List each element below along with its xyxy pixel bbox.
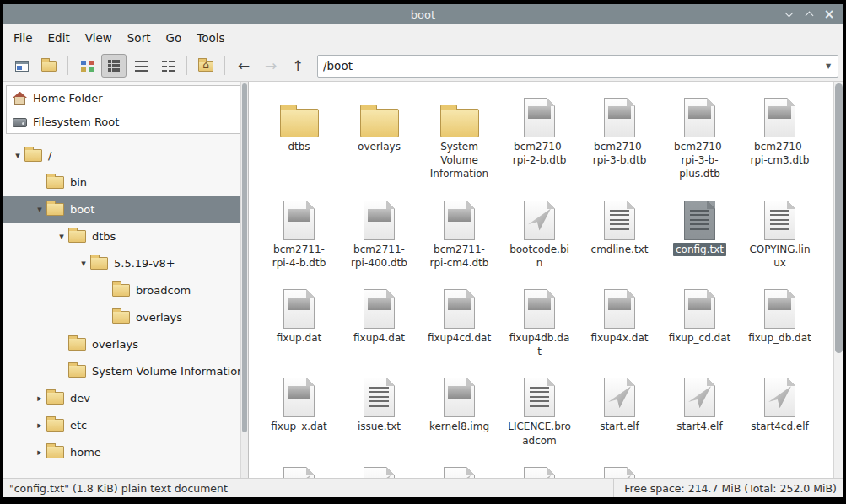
expander-icon[interactable]: ▾: [55, 231, 68, 242]
file-item-issue-txt[interactable]: issue.txt: [339, 370, 419, 447]
file-item-bcm2711-rpi-4-b-dtb[interactable]: bcm2711- rpi-4-b.dtb: [259, 193, 339, 270]
folded-corner: [306, 289, 315, 298]
file-item-fixup-x-dat[interactable]: fixup_x.dat: [259, 370, 339, 447]
file-icon-slot: [604, 90, 635, 137]
file-label: fixup_cd.dat: [666, 331, 734, 345]
menu-tools[interactable]: Tools: [189, 28, 232, 48]
file-view-scrollbar[interactable]: [833, 82, 843, 478]
folded-corner: [547, 201, 555, 209]
file-item-start-elf[interactable]: start.elf: [579, 370, 660, 447]
file-item-cmdline-txt[interactable]: cmdline.txt: [579, 193, 660, 270]
file-item-bcm2711-rpi-400-dtb[interactable]: bcm2711- rpi-400.dtb: [339, 193, 419, 270]
expander-icon[interactable]: ▾: [11, 150, 24, 161]
path-input[interactable]: [318, 56, 819, 77]
scrollbar-thumb[interactable]: [242, 83, 247, 432]
file-icon-slot: [283, 193, 315, 240]
file-item-dtbs[interactable]: dtbs: [259, 90, 339, 181]
forward-button[interactable]: →: [258, 54, 283, 78]
menu-sort[interactable]: Sort: [120, 28, 159, 48]
place-home-folder[interactable]: Home Folder: [7, 86, 244, 110]
expander-icon[interactable]: ▸: [33, 420, 46, 431]
file-item-bcm2710-rpi-3-b-dtb[interactable]: bcm2710- rpi-3-b.dtb: [579, 90, 660, 181]
tree-item-etc[interactable]: ▸etc: [3, 411, 248, 438]
statusbar: "config.txt" (1.8 KiB) plain text docume…: [3, 478, 843, 497]
tree-item-overlays[interactable]: overlays: [3, 303, 248, 330]
maximize-button[interactable]: [801, 7, 816, 22]
file-item-start4cd-elf[interactable]: start4cd.elf: [740, 370, 820, 447]
expander-icon[interactable]: ▸: [33, 393, 46, 404]
file-item-config-txt[interactable]: config.txt: [660, 193, 740, 270]
menubar: FileEditViewSortGoTools: [3, 24, 843, 51]
file-item-copying-linux[interactable]: COPYING.lin ux: [740, 193, 820, 270]
expander-icon[interactable]: ▾: [77, 258, 90, 269]
sidebar-scrollbar[interactable]: [240, 82, 248, 478]
up-button[interactable]: ↑: [285, 54, 310, 78]
file-item-partial-file-2[interactable]: [339, 459, 419, 478]
tree-item-bin[interactable]: bin: [3, 169, 248, 196]
file-item-partial-file-5[interactable]: [579, 459, 660, 478]
file-item-fixup-dat[interactable]: fixup.dat: [259, 281, 339, 358]
menu-view[interactable]: View: [78, 28, 120, 48]
file-item-fixup-db-dat[interactable]: fixup_db.dat: [740, 281, 820, 358]
file-icon-slot: [444, 193, 475, 240]
tree-item-dtbs[interactable]: ▾dtbs: [3, 223, 248, 249]
minimize-button[interactable]: [781, 7, 796, 22]
file-item-licence-broadcom[interactable]: LICENCE.bro adcom: [499, 370, 579, 447]
file-item-start4-elf[interactable]: start4.elf: [660, 370, 740, 447]
file-item-fixup4cd-dat[interactable]: fixup4cd.dat: [419, 281, 499, 358]
expander-icon[interactable]: ▾: [33, 204, 46, 215]
menu-file[interactable]: File: [6, 28, 40, 48]
scrollbar-thumb[interactable]: [835, 83, 843, 353]
new-tab-button[interactable]: [9, 54, 35, 78]
back-button[interactable]: ←: [231, 54, 256, 78]
compact-view-button[interactable]: [74, 54, 100, 78]
file-item-partial-file-3[interactable]: [419, 459, 499, 478]
binary-document-icon: [364, 289, 395, 329]
icon-view-button[interactable]: [101, 54, 127, 78]
tree-item-home[interactable]: ▸home: [3, 438, 248, 465]
text-document-icon: [764, 201, 795, 240]
tree-item-broadcom[interactable]: broadcom: [3, 276, 248, 303]
tree-item-system-volume-information[interactable]: System Volume Information: [3, 357, 248, 384]
file-item-bcm2710-rpi-2-b-dtb[interactable]: bcm2710- rpi-2-b.dtb: [499, 90, 579, 181]
close-button[interactable]: ×: [822, 7, 837, 22]
file-item-fixup4db-dat[interactable]: fixup4db.da t: [499, 281, 579, 358]
file-item-kernel8-img[interactable]: kernel8.img: [419, 370, 499, 447]
file-label: fixup_x.dat: [268, 420, 329, 433]
file-item-bcm2711-rpi-cm4-dtb[interactable]: bcm2711- rpi-cm4.dtb: [419, 193, 499, 270]
file-item-fixup-cd-dat[interactable]: fixup_cd.dat: [660, 281, 740, 358]
forward-icon: →: [265, 59, 277, 73]
new-window-button[interactable]: [36, 54, 62, 78]
file-item-system-volume-information[interactable]: System Volume Information: [419, 90, 499, 181]
file-label: fixup4cd.dat: [425, 331, 493, 345]
expander-icon[interactable]: ▸: [33, 447, 46, 458]
file-item-fixup4-dat[interactable]: fixup4.dat: [339, 281, 419, 358]
file-item-partial-file-4[interactable]: [499, 459, 579, 478]
path-dropdown-button[interactable]: ▼: [819, 56, 838, 77]
binary-shade: [368, 209, 391, 222]
status-selection: "config.txt" (1.8 KiB) plain text docume…: [3, 482, 613, 495]
file-item-bootcode-bin[interactable]: bootcode.bi n: [499, 193, 579, 270]
file-item-bcm2710-rpi-3-b-plus-dtb[interactable]: bcm2710- rpi-3-b- plus.dtb: [660, 90, 740, 181]
list-view-button[interactable]: [128, 54, 154, 78]
binary-document-icon: [684, 98, 715, 137]
tree-item-boot[interactable]: ▾boot: [3, 196, 248, 223]
file-item-overlays[interactable]: overlays: [339, 90, 419, 181]
detailed-list-view-icon: [162, 61, 175, 72]
tree-item-overlays[interactable]: overlays: [3, 330, 248, 357]
file-item-bcm2710-rpi-cm3-dtb[interactable]: bcm2710- rpi-cm3.dtb: [740, 90, 820, 181]
executable-icon: [364, 467, 395, 478]
window-controls: ×: [781, 7, 843, 22]
tree-item-root[interactable]: ▾/: [3, 142, 248, 169]
place-filesystem-root[interactable]: Filesystem Root: [7, 110, 244, 133]
file-item-fixup4x-dat[interactable]: fixup4x.dat: [579, 281, 660, 358]
file-item-partial-file-1[interactable]: [259, 459, 339, 478]
tree-item-dev[interactable]: ▸dev: [3, 384, 248, 411]
menu-go[interactable]: Go: [158, 28, 189, 48]
tree-item-5-5-19-v8[interactable]: ▾5.5.19-v8+: [3, 249, 248, 276]
folder-icon: [46, 203, 64, 216]
detailed-list-view-button[interactable]: [155, 54, 181, 78]
file-icon-slot: [444, 281, 475, 329]
home-button[interactable]: ⌂: [193, 54, 218, 78]
menu-edit[interactable]: Edit: [40, 28, 78, 48]
